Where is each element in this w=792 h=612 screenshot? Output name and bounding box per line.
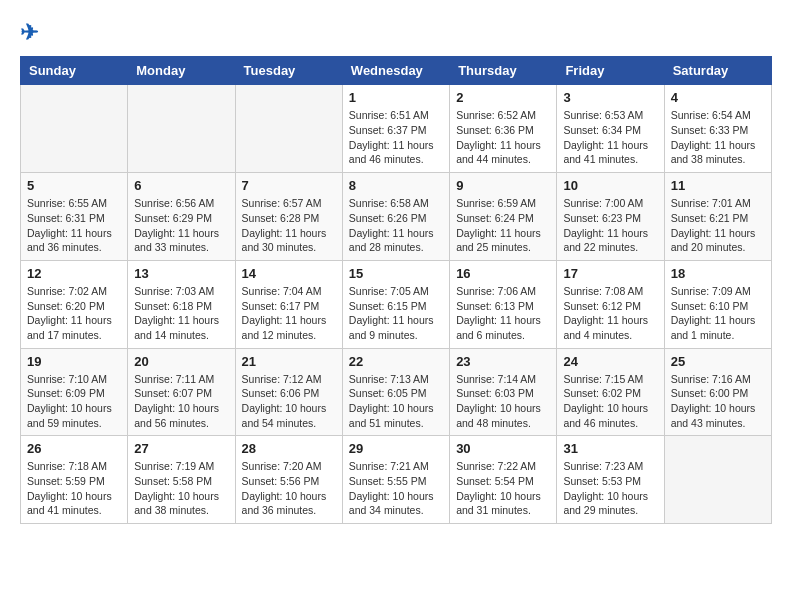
calendar-cell: 6Sunrise: 6:56 AM Sunset: 6:29 PM Daylig… — [128, 173, 235, 261]
calendar-week-row: 12Sunrise: 7:02 AM Sunset: 6:20 PM Dayli… — [21, 260, 772, 348]
day-number: 22 — [349, 354, 443, 369]
calendar-week-row: 5Sunrise: 6:55 AM Sunset: 6:31 PM Daylig… — [21, 173, 772, 261]
day-info: Sunrise: 7:22 AM Sunset: 5:54 PM Dayligh… — [456, 459, 550, 518]
calendar-cell: 12Sunrise: 7:02 AM Sunset: 6:20 PM Dayli… — [21, 260, 128, 348]
day-number: 8 — [349, 178, 443, 193]
calendar-cell — [128, 85, 235, 173]
logo: ✈ — [20, 20, 38, 46]
calendar-cell: 14Sunrise: 7:04 AM Sunset: 6:17 PM Dayli… — [235, 260, 342, 348]
day-number: 13 — [134, 266, 228, 281]
day-info: Sunrise: 7:11 AM Sunset: 6:07 PM Dayligh… — [134, 372, 228, 431]
page-header: ✈ — [20, 20, 772, 46]
calendar-cell: 29Sunrise: 7:21 AM Sunset: 5:55 PM Dayli… — [342, 436, 449, 524]
calendar-cell: 16Sunrise: 7:06 AM Sunset: 6:13 PM Dayli… — [450, 260, 557, 348]
day-info: Sunrise: 7:12 AM Sunset: 6:06 PM Dayligh… — [242, 372, 336, 431]
calendar-week-row: 1Sunrise: 6:51 AM Sunset: 6:37 PM Daylig… — [21, 85, 772, 173]
day-number: 7 — [242, 178, 336, 193]
calendar-cell: 24Sunrise: 7:15 AM Sunset: 6:02 PM Dayli… — [557, 348, 664, 436]
day-info: Sunrise: 7:05 AM Sunset: 6:15 PM Dayligh… — [349, 284, 443, 343]
day-number: 2 — [456, 90, 550, 105]
day-number: 30 — [456, 441, 550, 456]
day-number: 12 — [27, 266, 121, 281]
day-info: Sunrise: 6:52 AM Sunset: 6:36 PM Dayligh… — [456, 108, 550, 167]
day-info: Sunrise: 6:59 AM Sunset: 6:24 PM Dayligh… — [456, 196, 550, 255]
day-number: 25 — [671, 354, 765, 369]
day-info: Sunrise: 7:15 AM Sunset: 6:02 PM Dayligh… — [563, 372, 657, 431]
day-number: 19 — [27, 354, 121, 369]
calendar-cell: 5Sunrise: 6:55 AM Sunset: 6:31 PM Daylig… — [21, 173, 128, 261]
calendar-cell: 13Sunrise: 7:03 AM Sunset: 6:18 PM Dayli… — [128, 260, 235, 348]
day-number: 9 — [456, 178, 550, 193]
calendar-cell: 4Sunrise: 6:54 AM Sunset: 6:33 PM Daylig… — [664, 85, 771, 173]
day-info: Sunrise: 6:54 AM Sunset: 6:33 PM Dayligh… — [671, 108, 765, 167]
day-info: Sunrise: 7:00 AM Sunset: 6:23 PM Dayligh… — [563, 196, 657, 255]
calendar-cell: 2Sunrise: 6:52 AM Sunset: 6:36 PM Daylig… — [450, 85, 557, 173]
day-header-tuesday: Tuesday — [235, 57, 342, 85]
day-number: 5 — [27, 178, 121, 193]
day-info: Sunrise: 7:02 AM Sunset: 6:20 PM Dayligh… — [27, 284, 121, 343]
day-info: Sunrise: 6:53 AM Sunset: 6:34 PM Dayligh… — [563, 108, 657, 167]
day-info: Sunrise: 6:55 AM Sunset: 6:31 PM Dayligh… — [27, 196, 121, 255]
calendar-week-row: 19Sunrise: 7:10 AM Sunset: 6:09 PM Dayli… — [21, 348, 772, 436]
day-info: Sunrise: 7:09 AM Sunset: 6:10 PM Dayligh… — [671, 284, 765, 343]
day-info: Sunrise: 7:18 AM Sunset: 5:59 PM Dayligh… — [27, 459, 121, 518]
day-number: 27 — [134, 441, 228, 456]
day-info: Sunrise: 7:10 AM Sunset: 6:09 PM Dayligh… — [27, 372, 121, 431]
calendar-cell: 1Sunrise: 6:51 AM Sunset: 6:37 PM Daylig… — [342, 85, 449, 173]
calendar-cell: 19Sunrise: 7:10 AM Sunset: 6:09 PM Dayli… — [21, 348, 128, 436]
calendar-table: SundayMondayTuesdayWednesdayThursdayFrid… — [20, 56, 772, 524]
day-number: 1 — [349, 90, 443, 105]
day-number: 31 — [563, 441, 657, 456]
day-header-monday: Monday — [128, 57, 235, 85]
day-header-sunday: Sunday — [21, 57, 128, 85]
day-info: Sunrise: 7:01 AM Sunset: 6:21 PM Dayligh… — [671, 196, 765, 255]
day-number: 23 — [456, 354, 550, 369]
day-header-thursday: Thursday — [450, 57, 557, 85]
day-number: 28 — [242, 441, 336, 456]
day-number: 29 — [349, 441, 443, 456]
day-number: 11 — [671, 178, 765, 193]
calendar-cell — [664, 436, 771, 524]
day-number: 16 — [456, 266, 550, 281]
day-info: Sunrise: 7:13 AM Sunset: 6:05 PM Dayligh… — [349, 372, 443, 431]
calendar-cell — [235, 85, 342, 173]
day-info: Sunrise: 6:51 AM Sunset: 6:37 PM Dayligh… — [349, 108, 443, 167]
day-number: 15 — [349, 266, 443, 281]
calendar-week-row: 26Sunrise: 7:18 AM Sunset: 5:59 PM Dayli… — [21, 436, 772, 524]
day-info: Sunrise: 7:23 AM Sunset: 5:53 PM Dayligh… — [563, 459, 657, 518]
calendar-cell: 25Sunrise: 7:16 AM Sunset: 6:00 PM Dayli… — [664, 348, 771, 436]
day-number: 21 — [242, 354, 336, 369]
day-number: 18 — [671, 266, 765, 281]
day-info: Sunrise: 6:58 AM Sunset: 6:26 PM Dayligh… — [349, 196, 443, 255]
day-number: 4 — [671, 90, 765, 105]
day-info: Sunrise: 6:56 AM Sunset: 6:29 PM Dayligh… — [134, 196, 228, 255]
day-number: 26 — [27, 441, 121, 456]
day-number: 6 — [134, 178, 228, 193]
day-number: 14 — [242, 266, 336, 281]
day-info: Sunrise: 7:21 AM Sunset: 5:55 PM Dayligh… — [349, 459, 443, 518]
calendar-cell: 3Sunrise: 6:53 AM Sunset: 6:34 PM Daylig… — [557, 85, 664, 173]
day-info: Sunrise: 7:04 AM Sunset: 6:17 PM Dayligh… — [242, 284, 336, 343]
day-header-friday: Friday — [557, 57, 664, 85]
day-info: Sunrise: 7:16 AM Sunset: 6:00 PM Dayligh… — [671, 372, 765, 431]
day-number: 3 — [563, 90, 657, 105]
calendar-cell: 31Sunrise: 7:23 AM Sunset: 5:53 PM Dayli… — [557, 436, 664, 524]
calendar-cell — [21, 85, 128, 173]
day-info: Sunrise: 7:20 AM Sunset: 5:56 PM Dayligh… — [242, 459, 336, 518]
calendar-cell: 27Sunrise: 7:19 AM Sunset: 5:58 PM Dayli… — [128, 436, 235, 524]
calendar-cell: 23Sunrise: 7:14 AM Sunset: 6:03 PM Dayli… — [450, 348, 557, 436]
day-header-saturday: Saturday — [664, 57, 771, 85]
calendar-cell: 8Sunrise: 6:58 AM Sunset: 6:26 PM Daylig… — [342, 173, 449, 261]
day-info: Sunrise: 7:06 AM Sunset: 6:13 PM Dayligh… — [456, 284, 550, 343]
day-info: Sunrise: 6:57 AM Sunset: 6:28 PM Dayligh… — [242, 196, 336, 255]
calendar-cell: 22Sunrise: 7:13 AM Sunset: 6:05 PM Dayli… — [342, 348, 449, 436]
calendar-cell: 10Sunrise: 7:00 AM Sunset: 6:23 PM Dayli… — [557, 173, 664, 261]
calendar-cell: 18Sunrise: 7:09 AM Sunset: 6:10 PM Dayli… — [664, 260, 771, 348]
day-info: Sunrise: 7:14 AM Sunset: 6:03 PM Dayligh… — [456, 372, 550, 431]
day-info: Sunrise: 7:19 AM Sunset: 5:58 PM Dayligh… — [134, 459, 228, 518]
calendar-cell: 15Sunrise: 7:05 AM Sunset: 6:15 PM Dayli… — [342, 260, 449, 348]
day-number: 10 — [563, 178, 657, 193]
calendar-cell: 26Sunrise: 7:18 AM Sunset: 5:59 PM Dayli… — [21, 436, 128, 524]
calendar-cell: 7Sunrise: 6:57 AM Sunset: 6:28 PM Daylig… — [235, 173, 342, 261]
calendar-cell: 21Sunrise: 7:12 AM Sunset: 6:06 PM Dayli… — [235, 348, 342, 436]
